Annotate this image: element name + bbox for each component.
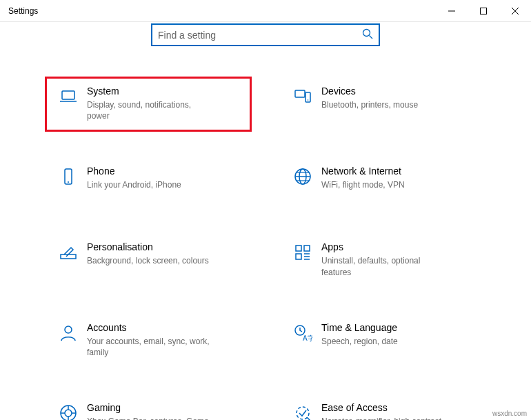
card-title: Apps — [321, 241, 476, 252]
card-description: Narrator, magnifier, high contrast — [321, 416, 445, 420]
settings-card-gaming[interactable]: GamingXbox Game Bar, captures, Game Mode — [45, 393, 252, 420]
minimize-button[interactable] — [436, 0, 468, 21]
close-button[interactable] — [499, 0, 531, 21]
card-title: Ease of Access — [321, 402, 476, 413]
settings-card-network-internet[interactable]: Network & InternetWiFi, flight mode, VPN — [279, 157, 486, 208]
svg-rect-28 — [481, 8, 487, 14]
titlebar: Settings — [0, 0, 531, 22]
card-description: Background, lock screen, colours — [87, 255, 211, 266]
settings-card-time-language[interactable]: Time & LanguageSpeech, region, date — [279, 313, 486, 368]
settings-card-personalisation[interactable]: PersonalisationBackground, lock screen, … — [45, 232, 252, 288]
card-description: Speech, region, date — [321, 336, 445, 347]
card-title: Devices — [321, 86, 476, 97]
card-title: Network & Internet — [321, 166, 476, 177]
settings-card-phone[interactable]: PhoneLink your Android, iPhone — [45, 157, 252, 208]
settings-card-ease-of-access[interactable]: Ease of AccessNarrator, magnifier, high … — [279, 393, 486, 420]
globe-icon — [290, 166, 316, 186]
card-title: Gaming — [87, 402, 241, 413]
card-description: Your accounts, email, sync, work, family — [87, 336, 211, 358]
devices-icon — [290, 86, 316, 106]
search-input[interactable] — [158, 30, 362, 41]
card-description: Display, sound, notifications, power — [87, 99, 211, 121]
ease-icon — [290, 402, 316, 420]
card-description: Uninstall, defaults, optional features — [321, 255, 445, 277]
window-controls — [436, 0, 531, 21]
pen-icon — [55, 241, 81, 262]
settings-grid: SystemDisplay, sound, notifications, pow… — [45, 77, 486, 420]
card-description: Bluetooth, printers, mouse — [321, 99, 445, 110]
phone-icon — [55, 166, 81, 186]
card-description: Xbox Game Bar, captures, Game Mode — [87, 416, 211, 420]
laptop-icon — [55, 86, 81, 106]
card-title: Accounts — [87, 322, 241, 333]
time-lang-icon — [290, 322, 316, 343]
settings-card-apps[interactable]: AppsUninstall, defaults, optional featur… — [279, 232, 486, 288]
maximize-button[interactable] — [468, 0, 499, 21]
settings-card-devices[interactable]: DevicesBluetooth, printers, mouse — [279, 77, 486, 132]
watermark: wsxdn.com — [492, 410, 527, 417]
search-icon — [362, 28, 373, 42]
search-box[interactable] — [151, 23, 380, 46]
card-description: Link your Android, iPhone — [87, 179, 211, 190]
person-icon — [55, 322, 81, 343]
card-title: Phone — [87, 166, 241, 177]
card-title: Time & Language — [321, 322, 476, 333]
window-title: Settings — [8, 6, 38, 16]
settings-card-system[interactable]: SystemDisplay, sound, notifications, pow… — [45, 77, 252, 132]
card-title: System — [87, 86, 241, 97]
apps-icon — [290, 241, 316, 262]
gaming-icon — [55, 402, 81, 420]
card-description: WiFi, flight mode, VPN — [321, 179, 445, 190]
settings-card-accounts[interactable]: AccountsYour accounts, email, sync, work… — [45, 313, 252, 368]
card-title: Personalisation — [87, 241, 241, 252]
